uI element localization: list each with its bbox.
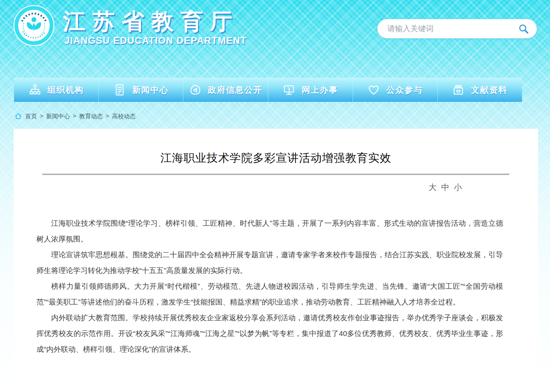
article-paragraph: 内外联动扩大教育范围。学校持续开展优秀校友企业家返校分享会系列活动，邀请优秀校友… — [36, 310, 503, 357]
breadcrumb: 首页> 新闻中心> 教育动态> 高校动态 — [15, 111, 136, 121]
font-size-small-button[interactable]: 小 — [454, 182, 462, 193]
site-title: 江苏省教育厅 — [63, 6, 239, 37]
article-paragraph: 理论宣讲筑牢思想根基。围绕党的二十届四中全会精神开展专题宣讲，邀请专家学者来校作… — [36, 247, 503, 278]
page: { "header": { "site_name": "江苏省教育厅", "si… — [0, 0, 550, 392]
heart-icon — [367, 84, 380, 96]
search-input[interactable] — [387, 24, 517, 33]
breadcrumb-separator: > — [73, 113, 76, 120]
font-size-large-button[interactable]: 大 — [429, 182, 437, 193]
nav-label: 政府信息公开 — [208, 84, 262, 96]
main-nav: 组织机构 新闻中心 政府信息公开 网上办事 公众参与 — [14, 78, 522, 102]
breadcrumb-item-college-dynamics[interactable]: 高校动态 — [112, 112, 136, 120]
title-divider — [42, 174, 509, 175]
search-box — [377, 19, 537, 38]
jiangsu-education-logo[interactable] — [13, 5, 55, 46]
org-chart-icon — [29, 84, 41, 96]
documents-icon — [452, 84, 465, 96]
article-paragraph: 榜样力量引领师德师风。大力开展“时代楷模”、劳动模范、先进人物进校园活动，引导师… — [36, 278, 503, 310]
breadcrumb-item-home[interactable]: 首页 — [25, 112, 37, 120]
nav-label: 新闻中心 — [132, 84, 169, 96]
nav-item-online-service[interactable]: 网上办事 — [268, 78, 353, 102]
nav-item-documents[interactable]: 文献资料 — [438, 78, 522, 102]
site-subtitle: JIANGSU EDUCATION DEPARTMENT — [64, 35, 247, 46]
article-paragraph: 江海职业技术学院围绕“理论学习、榜样引领、工匠精神、时代新人”等主题，开展了一系… — [36, 215, 503, 247]
breadcrumb-separator: > — [40, 113, 43, 120]
nav-item-public-participation[interactable]: 公众参与 — [353, 78, 438, 102]
home-icon[interactable] — [15, 113, 22, 120]
news-icon — [113, 84, 126, 96]
breadcrumb-separator: > — [106, 113, 109, 120]
site-header: 江苏省教育厅 JIANGSU EDUCATION DEPARTMENT — [0, 0, 550, 78]
breadcrumb-item-edu-dynamics[interactable]: 教育动态 — [79, 112, 103, 120]
font-size-controls: 大 中 小 — [429, 182, 462, 193]
nav-item-gov-info[interactable]: 政府信息公开 — [183, 78, 268, 102]
online-service-icon — [283, 84, 295, 96]
search-button[interactable] — [517, 22, 530, 35]
article-title: 江海职业技术学院多彩宣讲活动增强教育实效 — [14, 150, 538, 166]
breadcrumb-item-news-center[interactable]: 新闻中心 — [46, 112, 70, 120]
article-body: 江海职业技术学院围绕“理论学习、榜样引领、工匠精神、时代新人”等主题，开展了一系… — [36, 215, 503, 357]
nav-label: 公众参与 — [386, 84, 423, 96]
gov-info-icon — [189, 84, 202, 96]
nav-item-organization[interactable]: 组织机构 — [14, 78, 99, 102]
nav-label: 组织机构 — [48, 84, 84, 96]
search-icon — [518, 23, 529, 34]
content-panel: 江海职业技术学院多彩宣讲活动增强教育实效 大 中 小 江海职业技术学院围绕“理论… — [14, 129, 538, 392]
font-size-medium-button[interactable]: 中 — [441, 182, 449, 193]
nav-label: 网上办事 — [302, 84, 338, 96]
nav-item-news-center[interactable]: 新闻中心 — [99, 78, 183, 102]
nav-label: 文献资料 — [471, 84, 507, 96]
